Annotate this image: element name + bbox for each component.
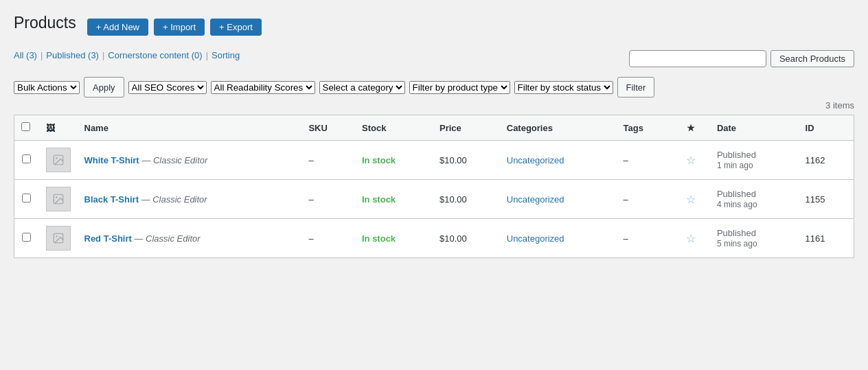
- table-row: Red T-Shirt — Classic Editor – In stock …: [14, 219, 854, 258]
- date-published: Published: [717, 189, 756, 199]
- th-price: Price: [433, 115, 500, 141]
- row-tags-cell: –: [617, 180, 672, 219]
- row-stock-cell: In stock: [355, 219, 433, 258]
- product-image-placeholder: [46, 187, 71, 211]
- th-name: Name: [78, 115, 302, 141]
- row-category-cell: Uncategorized: [500, 180, 617, 219]
- row-date-cell: Published 4 mins ago: [710, 180, 799, 219]
- import-button[interactable]: + Import: [154, 19, 205, 36]
- featured-star-button[interactable]: ☆: [686, 193, 696, 206]
- export-button[interactable]: + Export: [210, 19, 262, 36]
- category-link[interactable]: Uncategorized: [507, 233, 564, 244]
- row-price-cell: $10.00: [433, 141, 500, 180]
- seo-scores-select[interactable]: All SEO Scores: [128, 81, 207, 94]
- product-name-link[interactable]: Black T-Shirt: [84, 194, 139, 205]
- editor-tag: — Classic Editor: [141, 194, 207, 205]
- th-tags: Tags: [617, 115, 672, 141]
- row-date-cell: Published 1 min ago: [710, 141, 799, 180]
- row-featured-cell: ☆: [672, 180, 710, 219]
- date-ago: 4 mins ago: [717, 200, 757, 209]
- svg-point-5: [56, 235, 57, 237]
- product-image-placeholder: [46, 226, 71, 251]
- editor-tag: — Classic Editor: [141, 155, 207, 165]
- filter-button[interactable]: Filter: [617, 77, 655, 97]
- row-name-cell: Red T-Shirt — Classic Editor: [78, 219, 302, 258]
- bulk-actions-select[interactable]: Bulk Actions: [14, 81, 80, 94]
- category-link[interactable]: Uncategorized: [507, 155, 564, 165]
- date-ago: 1 min ago: [717, 161, 753, 170]
- date-published: Published: [717, 228, 756, 238]
- row-sku-cell: –: [301, 219, 355, 258]
- add-new-button[interactable]: + Add New: [87, 19, 148, 36]
- date-ago: 5 mins ago: [717, 239, 757, 248]
- published-link[interactable]: Published (3): [46, 50, 99, 60]
- th-date: Date: [710, 115, 799, 141]
- row-id-cell: 1155: [799, 180, 854, 219]
- row-stock-cell: In stock: [355, 141, 433, 180]
- row-image-cell: [39, 180, 78, 219]
- sorting-link[interactable]: Sorting: [212, 50, 240, 60]
- all-link[interactable]: All (3): [14, 50, 37, 60]
- stock-status-select[interactable]: Filter by stock status: [514, 81, 613, 94]
- date-published: Published: [717, 150, 756, 160]
- row-id-cell: 1161: [799, 219, 854, 258]
- row-id-cell: 1162: [799, 141, 854, 180]
- row-stock-cell: In stock: [355, 180, 433, 219]
- row-date-cell: Published 5 mins ago: [710, 219, 799, 258]
- product-name-link[interactable]: Red T-Shirt: [84, 233, 132, 244]
- row-name-cell: Black T-Shirt — Classic Editor: [78, 180, 302, 219]
- row-checkbox[interactable]: [22, 154, 31, 163]
- row-sku-cell: –: [301, 141, 355, 180]
- th-stock: Stock: [355, 115, 433, 141]
- category-link[interactable]: Uncategorized: [507, 194, 564, 205]
- category-select[interactable]: Select a category: [319, 81, 405, 94]
- svg-point-3: [56, 196, 57, 198]
- filter-row: Bulk Actions Apply All SEO Scores All Re…: [14, 77, 854, 97]
- row-category-cell: Uncategorized: [500, 141, 617, 180]
- stock-status: In stock: [362, 194, 396, 205]
- featured-star-button[interactable]: ☆: [686, 232, 696, 245]
- product-image-placeholder: [46, 148, 71, 172]
- stock-status: In stock: [362, 233, 396, 244]
- subsubsub: All (3) | Published (3) | Cornerstone co…: [14, 50, 240, 60]
- row-checkbox-cell: [14, 219, 39, 258]
- readability-select[interactable]: All Readability Scores: [211, 81, 315, 94]
- image-icon: 🖼: [46, 123, 55, 133]
- th-featured: ★: [672, 115, 710, 141]
- apply-button[interactable]: Apply: [84, 77, 124, 97]
- select-all-checkbox[interactable]: [21, 122, 30, 131]
- row-price-cell: $10.00: [433, 219, 500, 258]
- cornerstone-link[interactable]: Cornerstone content (0): [108, 50, 202, 60]
- svg-point-1: [56, 157, 57, 159]
- row-checkbox[interactable]: [22, 194, 31, 203]
- page-title: Products: [14, 14, 76, 32]
- table-row: Black T-Shirt — Classic Editor – In stoc…: [14, 180, 854, 219]
- table-row: White T-Shirt — Classic Editor – In stoc…: [14, 141, 854, 180]
- th-categories: Categories: [500, 115, 617, 141]
- row-tags-cell: –: [617, 219, 672, 258]
- stock-status: In stock: [362, 155, 396, 165]
- row-name-cell: White T-Shirt — Classic Editor: [78, 141, 302, 180]
- row-featured-cell: ☆: [672, 141, 710, 180]
- product-name-link[interactable]: White T-Shirt: [84, 155, 139, 165]
- th-checkbox: [14, 115, 39, 141]
- row-tags-cell: –: [617, 141, 672, 180]
- row-price-cell: $10.00: [433, 180, 500, 219]
- row-featured-cell: ☆: [672, 219, 710, 258]
- row-checkbox-cell: [14, 141, 39, 180]
- items-count: 3 items: [14, 100, 854, 111]
- product-type-select[interactable]: Filter by product type: [409, 81, 510, 94]
- search-input[interactable]: [629, 50, 766, 67]
- search-products-button[interactable]: Search Products: [770, 50, 854, 67]
- row-image-cell: [39, 219, 78, 258]
- row-checkbox[interactable]: [22, 233, 31, 242]
- th-sku: SKU: [301, 115, 355, 141]
- row-sku-cell: –: [301, 180, 355, 219]
- featured-star-button[interactable]: ☆: [686, 154, 696, 167]
- row-category-cell: Uncategorized: [500, 219, 617, 258]
- products-table: 🖼 Name SKU Stock Price Categories Tags ★…: [14, 115, 854, 258]
- th-id: ID: [799, 115, 854, 141]
- row-checkbox-cell: [14, 180, 39, 219]
- row-image-cell: [39, 141, 78, 180]
- th-image: 🖼: [39, 115, 78, 141]
